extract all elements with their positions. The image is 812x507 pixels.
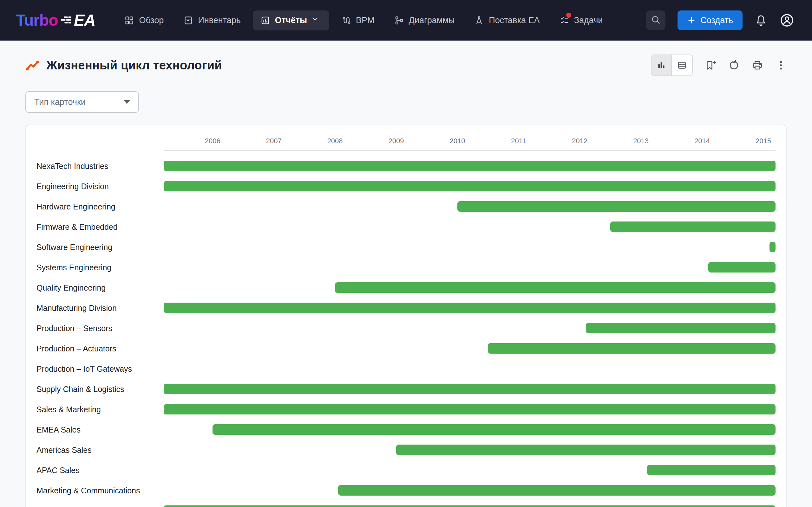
- top-nav: Turbo EA ОбзорИнвентарьОтчётыBPMДиаграмм…: [0, 0, 812, 41]
- row-plot: [164, 460, 775, 481]
- nav-item-5[interactable]: Поставка ЕА: [467, 10, 547, 31]
- row-plot: [164, 481, 775, 501]
- gantt-row: Engineering Division: [37, 176, 775, 196]
- search-button[interactable]: [646, 10, 665, 30]
- create-button[interactable]: Создать: [677, 10, 743, 30]
- gantt-row: EMEA Sales: [37, 419, 775, 440]
- row-label: Production – Sensors: [37, 324, 164, 333]
- year-axis: 2006200720082009201020112012201320142015: [164, 125, 775, 151]
- inventory-icon: [183, 15, 193, 25]
- row-label: Production – Actuators: [37, 344, 164, 353]
- bar-chart-view-button[interactable]: [652, 55, 672, 75]
- bell-icon: [755, 14, 767, 26]
- gantt-row: APAC Sales: [37, 460, 775, 481]
- overview-icon: [124, 15, 134, 25]
- row-plot: [164, 501, 775, 507]
- lifecycle-bar[interactable]: [338, 485, 775, 496]
- row-label: Firmware & Embedded: [37, 222, 164, 232]
- row-plot: [164, 176, 775, 196]
- ea-delivery-icon: [474, 15, 484, 25]
- gantt-row: Production – IoT Gateways: [37, 359, 775, 379]
- logo-turbo-text: Turbo: [16, 11, 58, 30]
- bookmark-plus-icon: [705, 60, 716, 71]
- lifecycle-bar[interactable]: [396, 445, 775, 455]
- trend-line-icon: [26, 59, 40, 71]
- user-icon: [779, 13, 795, 28]
- table-rows-icon: [677, 60, 687, 70]
- nav-item-label: Инвентарь: [198, 15, 241, 25]
- row-label: Supply Chain & Logistics: [37, 385, 164, 394]
- row-plot: [164, 237, 775, 257]
- main-menu: ОбзорИнвентарьОтчётыBPMДиаграммыПоставка…: [117, 10, 610, 31]
- refresh-button[interactable]: [728, 60, 740, 71]
- lifecycle-bar[interactable]: [164, 302, 775, 313]
- row-plot: [164, 196, 775, 217]
- user-avatar-button[interactable]: [779, 13, 795, 28]
- print-button[interactable]: [752, 60, 763, 71]
- nav-right-controls: Создать: [646, 10, 795, 30]
- printer-icon: [752, 60, 763, 71]
- lifecycle-bar[interactable]: [164, 161, 775, 171]
- row-label: Production – IoT Gateways: [37, 364, 164, 374]
- gantt-row: Hardware Engineering: [37, 196, 775, 217]
- nav-item-3[interactable]: BPM: [334, 10, 382, 31]
- year-tick-label: 2011: [511, 137, 526, 145]
- tasks-icon: [560, 15, 569, 25]
- lifecycle-bar[interactable]: [488, 343, 775, 354]
- lifecycle-bar[interactable]: [647, 465, 775, 475]
- year-tick-label: 2010: [450, 137, 465, 145]
- lifecycle-bar[interactable]: [457, 201, 775, 212]
- card-type-dropdown[interactable]: Тип карточки: [26, 91, 139, 113]
- nav-item-label: Диаграммы: [409, 15, 455, 25]
- lifecycle-bar[interactable]: [164, 404, 775, 414]
- lifecycle-bar[interactable]: [769, 242, 775, 252]
- page-title: Жизненный цикл технологий: [46, 59, 222, 72]
- table-view-button[interactable]: [672, 55, 692, 75]
- lifecycle-bar[interactable]: [335, 282, 775, 293]
- gantt-row: Supply Chain & Logistics: [37, 379, 775, 399]
- nav-item-0[interactable]: Обзор: [117, 10, 171, 31]
- gantt-row: Sales & Marketing: [37, 399, 775, 419]
- lifecycle-bar[interactable]: [164, 181, 775, 191]
- nav-item-4[interactable]: Диаграммы: [387, 10, 462, 31]
- dropdown-caret-icon: [124, 100, 130, 104]
- year-tick-label: 2015: [756, 137, 771, 145]
- year-tick-label: 2013: [633, 137, 649, 145]
- lifecycle-bar[interactable]: [708, 262, 775, 273]
- diagrams-icon: [394, 15, 404, 25]
- nav-item-6[interactable]: Задачи: [552, 10, 611, 31]
- row-plot: [164, 419, 775, 440]
- gantt-row: Quality Engineering: [37, 278, 775, 298]
- row-label: Software Engineering: [37, 243, 164, 252]
- more-options-button[interactable]: [775, 60, 786, 71]
- lifecycle-bar[interactable]: [586, 323, 775, 333]
- lifecycle-bar[interactable]: [610, 222, 775, 232]
- gantt-row: Operations: [37, 501, 775, 507]
- gantt-rows: NexaTech Industries Engineering Division…: [37, 156, 775, 507]
- row-plot: [164, 217, 775, 237]
- row-plot: [164, 318, 775, 338]
- row-label: Manufacturing Division: [37, 303, 164, 313]
- lifecycle-bar[interactable]: [164, 505, 775, 507]
- search-icon: [651, 14, 661, 26]
- row-label: Hardware Engineering: [37, 202, 164, 211]
- gantt-row: Marketing & Communications: [37, 481, 775, 501]
- bar-chart-icon: [656, 60, 666, 70]
- gantt-row: Manufacturing Division: [37, 298, 775, 318]
- plus-icon: [687, 16, 696, 25]
- nav-item-label: Задачи: [574, 15, 603, 25]
- notifications-button[interactable]: [755, 14, 767, 26]
- row-plot: [164, 156, 775, 176]
- app-logo[interactable]: Turbo EA: [16, 11, 95, 30]
- row-plot: [164, 298, 775, 318]
- bookmark-button[interactable]: [705, 60, 716, 71]
- nav-item-1[interactable]: Инвентарь: [176, 10, 248, 31]
- row-label: EMEA Sales: [37, 425, 164, 435]
- row-label: APAC Sales: [37, 466, 164, 475]
- lifecycle-bar[interactable]: [212, 424, 775, 435]
- lifecycle-bar[interactable]: [164, 384, 775, 394]
- gantt-row: Americas Sales: [37, 440, 775, 460]
- row-label: Americas Sales: [37, 446, 164, 455]
- nav-item-2[interactable]: Отчёты: [253, 10, 329, 31]
- chart-toolbar: [651, 55, 786, 76]
